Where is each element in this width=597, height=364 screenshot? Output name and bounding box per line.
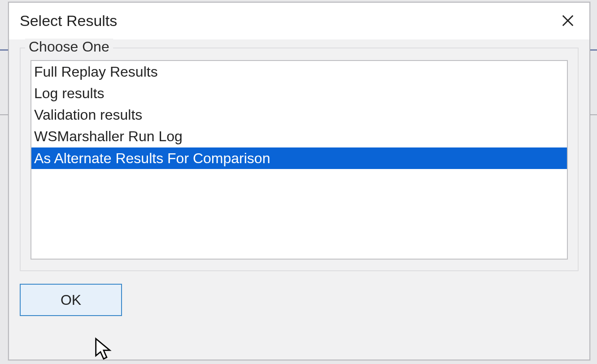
list-item[interactable]: As Alternate Results For Comparison <box>31 147 567 169</box>
group-label: Choose One <box>25 39 113 55</box>
choose-one-group: Choose One Full Replay ResultsLog result… <box>20 48 579 271</box>
select-results-dialog: Select Results Choose One Full Replay Re… <box>8 2 590 360</box>
close-button[interactable] <box>558 11 578 30</box>
list-item[interactable]: WSMarshaller Run Log <box>31 126 567 147</box>
button-row: OK <box>20 271 579 316</box>
list-item[interactable]: Log results <box>31 82 567 104</box>
list-item[interactable]: Full Replay Results <box>31 61 567 82</box>
ok-button[interactable]: OK <box>20 284 122 316</box>
list-item[interactable]: Validation results <box>31 104 567 126</box>
dialog-titlebar: Select Results <box>9 3 589 39</box>
close-icon <box>561 14 575 27</box>
dialog-content: Choose One Full Replay ResultsLog result… <box>9 39 589 360</box>
dialog-title: Select Results <box>20 12 117 30</box>
results-listbox[interactable]: Full Replay ResultsLog resultsValidation… <box>31 60 568 260</box>
